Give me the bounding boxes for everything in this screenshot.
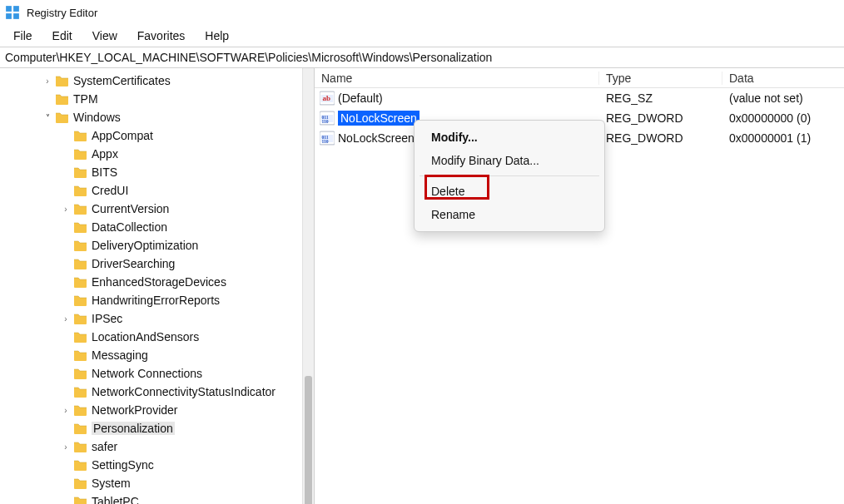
tree-node[interactable]: CredUI [0,181,302,200]
tree-node-label: Appx [92,147,118,161]
values-pane: Name Type Data (Default)REG_SZ(value not… [315,68,844,504]
folder-icon [73,495,88,504]
value-name: NoLockScreen [338,111,420,126]
tree-node-label: Messaging [92,348,148,362]
tree-node[interactable]: ›NetworkProvider [0,401,302,419]
tree-node-label: CurrentVersion [92,202,169,215]
tree-node-label: Network Connections [92,367,202,380]
tree-node[interactable]: SettingSync [0,456,302,474]
tree-node[interactable]: Appx [0,145,302,163]
ctx-delete[interactable]: Delete [415,180,604,203]
value-row[interactable]: (Default)REG_SZ(value not set) [315,88,844,108]
regedit-icon [5,5,20,20]
tree-node[interactable]: NetworkConnectivityStatusIndicator [0,383,302,401]
folder-icon [73,348,88,362]
chevron-right-icon[interactable]: › [60,442,72,452]
folder-icon [55,74,70,87]
ctx-modify-binary-data[interactable]: Modify Binary Data... [415,149,604,172]
folder-icon [55,111,70,124]
tree-scrollbar[interactable] [302,68,314,504]
svg-rect-2 [6,13,12,19]
chevron-right-icon[interactable]: › [42,77,53,86]
menu-separator [420,175,599,176]
col-data[interactable]: Data [722,72,844,85]
value-name: (Default) [338,91,383,105]
address-bar[interactable]: Computer\HKEY_LOCAL_MACHINE\SOFTWARE\Pol… [0,47,844,68]
folder-icon [73,330,88,343]
tree-node-label: Personalization [92,422,175,435]
folder-icon [73,202,88,215]
tree-node-label: DeliveryOptimization [92,239,198,252]
col-type[interactable]: Type [599,72,722,85]
folder-icon [73,184,88,197]
menu-favorites[interactable]: Favorites [127,27,196,44]
ctx-modify[interactable]: Modify... [415,126,604,149]
tree-node[interactable]: DeliveryOptimization [0,236,302,254]
tree-node[interactable]: BITS [0,163,302,181]
tree-node[interactable]: DataCollection [0,218,302,236]
tree-node-label: CredUI [92,184,128,197]
menu-file[interactable]: File [3,27,42,44]
tree-node[interactable]: Network Connections [0,364,302,383]
menu-edit[interactable]: Edit [42,27,82,44]
svg-rect-3 [13,13,19,19]
tree-node[interactable]: LocationAndSensors [0,328,302,346]
chevron-right-icon[interactable]: › [60,205,72,214]
tree-node[interactable]: ˅Windows [0,108,302,126]
tree-node[interactable]: AppCompat [0,126,302,145]
folder-icon [73,477,88,490]
folder-icon [73,220,88,234]
tree-node[interactable]: ›IPSec [0,309,302,328]
tree-node[interactable]: ›SystemCertificates [0,72,302,90]
chevron-down-icon[interactable]: ˅ [42,113,53,122]
value-type: REG_DWORD [599,131,722,145]
chevron-right-icon[interactable]: › [60,314,72,324]
folder-icon [73,403,88,417]
folder-icon [73,422,88,435]
folder-icon [73,458,88,472]
tree-node-label: DriverSearching [92,257,175,270]
folder-icon [73,440,88,453]
folder-icon [73,129,88,142]
tree-node-label: Windows [73,111,121,124]
tree-node-label: safer [92,440,117,453]
tree-node-label: EnhancedStorageDevices [92,275,226,289]
tree-node-label: TabletPC [92,495,139,504]
tree-node[interactable]: ›safer [0,437,302,456]
tree-node-label: TPM [73,92,98,106]
tree-node[interactable]: Messaging [0,346,302,364]
menu-help[interactable]: Help [195,27,239,44]
menu-view[interactable]: View [82,27,127,44]
tree-node[interactable]: HandwritingErrorReports [0,291,302,309]
value-data: 0x00000001 (1) [722,131,844,145]
string-value-icon [320,91,335,106]
tree-node-label: HandwritingErrorReports [92,294,220,307]
ctx-rename[interactable]: Rename [415,203,604,226]
registry-tree[interactable]: ›SystemCertificatesTPM˅WindowsAppCompatA… [0,68,302,504]
tree-node[interactable]: ›CurrentVersion [0,200,302,218]
tree-node[interactable]: DriverSearching [0,254,302,273]
folder-icon [73,367,88,380]
folder-icon [73,257,88,270]
folder-icon [73,312,88,325]
value-type: REG_SZ [599,91,722,105]
app-title: Registry Editor [27,7,97,19]
tree-node[interactable]: TPM [0,90,302,108]
tree-node-label: NetworkConnectivityStatusIndicator [92,385,276,398]
tree-node[interactable]: EnhancedStorageDevices [0,273,302,291]
tree-node[interactable]: System [0,474,302,492]
dword-value-icon [320,131,335,146]
address-path: Computer\HKEY_LOCAL_MACHINE\SOFTWARE\Pol… [5,51,492,64]
folder-icon [55,92,70,106]
titlebar: Registry Editor [0,0,844,25]
value-data: 0x00000000 (0) [722,111,844,125]
main-split: ›SystemCertificatesTPM˅WindowsAppCompatA… [0,68,844,504]
context-menu: Modify...Modify Binary Data...DeleteRena… [414,120,605,232]
tree-node[interactable]: Personalization [0,419,302,437]
tree-scroll-thumb[interactable] [305,376,312,504]
col-name[interactable]: Name [315,72,599,85]
chevron-right-icon[interactable]: › [60,406,72,415]
folder-icon [73,385,88,398]
dword-value-icon [320,111,335,126]
tree-node[interactable]: TabletPC [0,492,302,504]
